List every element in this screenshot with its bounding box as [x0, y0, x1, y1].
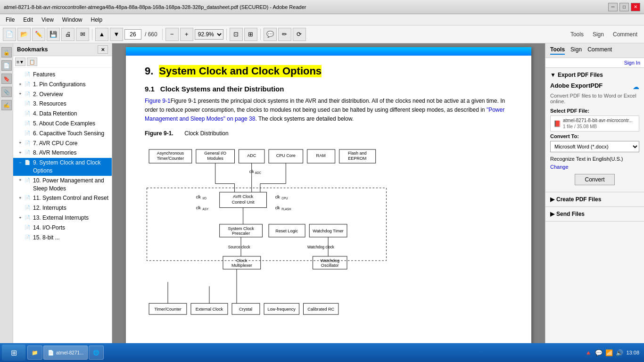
tray-up-arrow-icon[interactable]: 🔺: [585, 349, 592, 356]
left-icon-bookmark[interactable]: 🔖: [1, 74, 12, 84]
bookmark-item-resources[interactable]: 📄 3. Resources: [13, 99, 112, 109]
menu-window[interactable]: Window: [58, 16, 86, 24]
menu-file[interactable]: File: [2, 16, 18, 24]
bookmark-item-ext-int[interactable]: + 📄 13. External Interrupts: [13, 213, 112, 223]
create-pdf-section: ▶ Create PDF Files: [545, 192, 644, 207]
bookmark-item-features[interactable]: 📄 Features: [13, 70, 112, 80]
bookmark-expand-resources: [17, 100, 24, 107]
bookmark-item-capacitive[interactable]: 📄 6. Capacitive Touch Sensing: [13, 129, 112, 139]
label-prescaler-2: Prescaler: [232, 231, 250, 236]
menu-view[interactable]: View: [38, 16, 58, 24]
bookmark-item-pin-config[interactable]: + 📄 1. Pin Configurations: [13, 80, 112, 90]
next-page-button[interactable]: ▼: [110, 28, 123, 41]
sub-section-heading: 9.1 Clock Systems and their Distribution: [145, 85, 512, 93]
tools-tab[interactable]: Tools: [550, 46, 565, 55]
fit-page-button[interactable]: ⊡: [230, 28, 243, 41]
bookmark-icon-io-ports: 📄: [25, 224, 31, 231]
taskbar-file-explorer[interactable]: 📁: [27, 346, 42, 360]
page-number-input[interactable]: [124, 29, 141, 40]
send-files-header[interactable]: ▶ Send Files: [550, 211, 639, 217]
bookmark-item-interrupts[interactable]: 📄 12. Interrupts: [13, 203, 112, 213]
start-button[interactable]: ⊞: [2, 345, 25, 361]
menu-help[interactable]: Help: [87, 16, 107, 24]
bookmarks-header: Bookmarks ✕: [13, 43, 112, 56]
highlight-button[interactable]: ✏: [278, 28, 291, 41]
bookmarks-title: Bookmarks: [17, 46, 48, 53]
comment-button[interactable]: 💬: [264, 28, 277, 41]
toolbar: 📄 📂 ✏️ 💾 🖨 ✉ ▲ ▼ / 660 − + 92.9% 50% 75%…: [0, 25, 644, 43]
fit-width-button[interactable]: ⊞: [244, 28, 257, 41]
taskbar-browser[interactable]: 🌐: [89, 346, 104, 360]
create-pdf-label: Create PDF Files: [556, 196, 601, 203]
print-button[interactable]: 🖨: [61, 28, 74, 41]
email-button[interactable]: ✉: [76, 28, 89, 41]
bookmarks-close-button[interactable]: ✕: [98, 45, 108, 54]
bookmark-item-8bit[interactable]: 📄 15. 8-bit ...: [13, 233, 112, 243]
edit-button[interactable]: ✏️: [32, 28, 45, 41]
bookmark-item-avr-cpu[interactable]: + 📄 7. AVR CPU Core: [13, 139, 112, 148]
left-icon-attach[interactable]: 📎: [1, 87, 12, 97]
menu-edit[interactable]: Edit: [19, 16, 37, 24]
sign-button[interactable]: Sign: [589, 31, 608, 38]
tray-chat-icon[interactable]: 💬: [595, 349, 603, 356]
bookmark-item-overview[interactable]: + 📄 2. Overview: [13, 90, 112, 99]
bookmark-item-power-mgmt[interactable]: + 📄 10. Power Management and Sleep Modes: [13, 176, 112, 194]
bookmark-item-about-code[interactable]: 📄 5. About Code Examples: [13, 119, 112, 129]
rotate-button[interactable]: ⟳: [293, 28, 306, 41]
section-title: System Clock and Clock Options: [159, 65, 322, 77]
bookmark-item-data-retention[interactable]: 📄 4. Data Retention: [13, 109, 112, 119]
bookmark-item-avr-mem[interactable]: + 📄 8. AVR Memories: [13, 148, 112, 158]
save-button[interactable]: 💾: [47, 28, 60, 41]
recognize-text-label: Recognize Text in English(U.S.): [550, 156, 639, 162]
section-number: 9.: [145, 65, 153, 77]
bookmark-expand-avr-cpu: +: [17, 140, 24, 147]
tray-network-icon[interactable]: 📶: [605, 349, 613, 356]
bookmark-label-pin-config: 1. Pin Configurations: [33, 81, 110, 89]
left-icon-sign[interactable]: ✍: [1, 100, 12, 110]
window-controls[interactable]: ─ □ ✕: [608, 3, 640, 11]
pdf-content-area[interactable]: 9. System Clock and Clock Options 9.1 Cl…: [112, 43, 545, 362]
convert-button[interactable]: Convert: [575, 174, 614, 185]
comment-toolbar-button[interactable]: Comment: [609, 31, 641, 38]
label-watchdog-osc-2: Oscillator: [321, 263, 339, 268]
clk-asy-label: clk: [196, 206, 201, 210]
change-link[interactable]: Change: [550, 164, 569, 170]
bookmark-item-sys-clock[interactable]: − 📄 9. System Clock and Clock Options: [13, 158, 112, 176]
toolbar-separator-1: [92, 29, 92, 40]
bookmarks-options-button[interactable]: ≡▼: [15, 58, 25, 66]
maximize-button[interactable]: □: [619, 3, 629, 11]
convert-to-selector[interactable]: Microsoft Word (*.docx) Microsoft Excel …: [550, 141, 639, 152]
comment-tab[interactable]: Comment: [587, 46, 612, 55]
new-document-button[interactable]: 📄: [3, 28, 16, 41]
left-icon-lock[interactable]: 🔒: [1, 47, 12, 58]
label-gen-io-2: Modules: [207, 156, 224, 160]
bookmark-label-avr-cpu: 7. AVR CPU Core: [33, 140, 110, 148]
body-paragraph: Figure 9-1Figure 9-1 presents the princi…: [145, 97, 512, 124]
tools-button[interactable]: Tools: [567, 31, 587, 38]
minimize-button[interactable]: ─: [608, 3, 618, 11]
create-pdf-header[interactable]: ▶ Create PDF Files: [550, 196, 639, 203]
zoom-out-button[interactable]: −: [165, 28, 179, 41]
bookmark-item-io-ports[interactable]: 📄 14. I/O-Ports: [13, 223, 112, 233]
prev-page-button[interactable]: ▲: [95, 28, 108, 41]
sign-tab[interactable]: Sign: [570, 46, 582, 55]
window-title: atmel-8271-8-bit-avr-microcontroller-atm…: [4, 4, 306, 10]
browser-icon: 🌐: [93, 350, 99, 356]
zoom-in-button[interactable]: +: [180, 28, 193, 41]
bookmarks-add-button[interactable]: 📋: [27, 58, 37, 66]
sign-in-link[interactable]: Sign In: [624, 60, 640, 66]
taskbar-adobe-reader[interactable]: 📄 atmel-8271...: [43, 346, 88, 360]
label-external-clock: External Clock: [196, 307, 223, 312]
bookmark-icon-overview: 📄: [25, 91, 31, 98]
zoom-selector[interactable]: 92.9% 50% 75% 100% 125% 150%: [195, 29, 223, 40]
export-pdf-header[interactable]: ▼ Export PDF Files: [550, 72, 639, 78]
watchdog-clock-label: Watchdog clock: [307, 245, 335, 249]
right-panel-tabs: Tools Sign Comment: [550, 46, 612, 55]
bookmark-label-ext-int: 13. External Interrupts: [33, 214, 110, 222]
close-button[interactable]: ✕: [631, 3, 640, 11]
bookmark-icon-pin-config: 📄: [25, 81, 31, 88]
bookmark-item-sys-ctrl[interactable]: + 📄 11. System Control and Reset: [13, 193, 112, 203]
open-button[interactable]: 📂: [17, 28, 31, 41]
left-icon-page[interactable]: 📄: [1, 60, 12, 71]
tray-volume-icon[interactable]: 🔊: [616, 349, 623, 356]
